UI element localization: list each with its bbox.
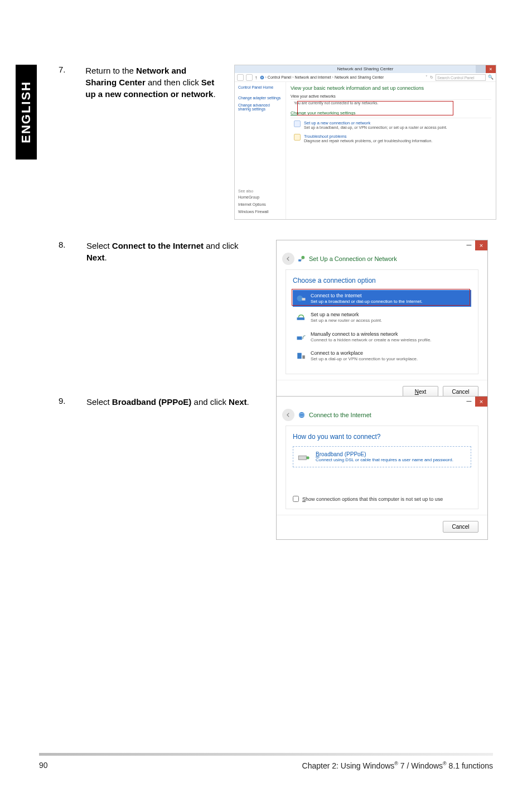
svg-point-2: [301, 256, 304, 259]
broadband-title: Broadband (PPPoE)Broadband (PPPoE): [316, 451, 453, 457]
close-button[interactable]: ×: [475, 240, 487, 250]
bold: Connect to the Internet: [112, 241, 204, 250]
show-options-checkbox[interactable]: [293, 496, 299, 502]
highlight-box: [292, 289, 470, 306]
back-button[interactable]: [237, 74, 244, 81]
svg-rect-1: [298, 259, 301, 262]
title-bar: – ×: [277, 240, 487, 252]
sidebar-seealso-homegroup[interactable]: HomeGroup: [238, 195, 268, 199]
option-troubleshoot[interactable]: Troubleshoot problems Diagnose and repai…: [294, 134, 491, 143]
svg-rect-7: [297, 353, 302, 359]
wizard-title: Connect to the Internet: [309, 412, 371, 418]
active-networks-label: View your active networks: [291, 94, 491, 98]
address-bar: ↑ › Control Panel › Network and Internet…: [235, 73, 496, 82]
step-8: 8. Select Connect to the Internet and cl…: [59, 240, 496, 405]
language-tab: ENGLISH: [16, 65, 37, 160]
wizard-icon: [298, 255, 306, 263]
minimize-button[interactable]: [476, 65, 486, 73]
broadband-desc: Connect using DSL or cable that requires…: [316, 457, 453, 462]
step-7: 7. Return to the Network and Sharing Cen…: [59, 65, 496, 220]
wizard-title: Set Up a Connection or Network: [309, 255, 397, 262]
wizard-panel: How do you want to connect? Broadband (P…: [286, 426, 478, 509]
panel-heading: View your basic network information and …: [291, 85, 491, 91]
network-sharing-center-window: Network and Sharing Center ↑ › Control P…: [234, 65, 496, 220]
svg-rect-5: [297, 317, 305, 320]
step-number: 7.: [59, 65, 69, 220]
connection-wizard: – × Set Up a Connection or Network Choos…: [276, 240, 488, 405]
screenshot-panel: – × Set Up a Connection or Network Choos…: [276, 240, 496, 405]
option-workplace[interactable]: Connect to a workplaceSet up a dial-up o…: [293, 347, 471, 364]
svg-rect-6: [297, 336, 302, 340]
bold: Next: [86, 253, 105, 262]
wizard-title-row: Connect to the Internet: [277, 408, 487, 426]
back-button[interactable]: [282, 409, 294, 421]
step-text: Return to the Network and Sharing Center…: [85, 65, 217, 220]
forward-button[interactable]: [246, 74, 253, 81]
sidebar-item-adapter[interactable]: Change adapter settings: [238, 96, 282, 100]
wizard-title-row: Set Up a Connection or Network: [277, 252, 487, 269]
svg-point-12: [306, 456, 309, 459]
wizard-heading: How do you want to connect?: [293, 433, 471, 441]
footer-divider: [39, 753, 493, 756]
step-number: 9.: [59, 396, 70, 540]
cancel-button[interactable]: Cancel: [443, 521, 478, 533]
step-number: 8.: [59, 240, 70, 405]
back-button[interactable]: [282, 253, 294, 265]
close-button[interactable]: ×: [475, 397, 487, 407]
bold: Next: [229, 397, 247, 407]
page-footer: 90 Chapter 2: Using Windows® 7 / Windows…: [39, 761, 493, 770]
network-icon: [260, 75, 264, 80]
globe-icon: [298, 411, 306, 419]
step-9: 9. Select Broadband (PPPoE) and click Ne…: [59, 396, 496, 540]
screenshot-panel: – × Connect to the Internet How do you w…: [276, 396, 496, 540]
option-wireless[interactable]: Manually connect to a wireless networkCo…: [293, 328, 471, 345]
connect-internet-wizard: – × Connect to the Internet How do you w…: [276, 396, 488, 540]
minimize-button[interactable]: –: [463, 397, 475, 407]
highlight-box: [297, 101, 453, 115]
page-number: 90: [39, 761, 48, 770]
wizard-heading: Choose a connection option: [293, 277, 471, 284]
building-icon: [296, 352, 306, 360]
option-new-connection[interactable]: Set up a new connection or network Set u…: [294, 120, 491, 129]
show-options-row[interactable]: Show connection options that this comput…: [293, 496, 471, 502]
window-title: Network and Sharing Center: [337, 66, 394, 71]
svg-rect-11: [298, 456, 306, 460]
svg-point-9: [299, 412, 305, 418]
minimize-button[interactable]: –: [463, 240, 475, 250]
svg-rect-8: [302, 356, 305, 359]
wizard-panel: Choose a connection option Connect to th…: [286, 269, 478, 374]
modem-icon: [298, 453, 310, 461]
sidebar-item-advanced[interactable]: Change advanced sharing settings: [238, 103, 282, 111]
screenshot-panel: Network and Sharing Center ↑ › Control P…: [234, 65, 496, 220]
step-text: Select Broadband (PPPoE) and click Next.: [86, 396, 259, 540]
button-row: Cancel: [277, 515, 487, 539]
see-also-title: See also: [238, 189, 268, 193]
step-text: Select Connect to the Internet and click…: [86, 240, 259, 405]
title-bar: – ×: [277, 397, 487, 408]
router-icon: [296, 314, 306, 322]
close-button[interactable]: [486, 65, 496, 73]
sidebar-seealso-internet[interactable]: Internet Options: [238, 202, 268, 206]
troubleshoot-icon: [294, 134, 301, 141]
bold: Broadband (PPPoE): [112, 397, 192, 407]
breadcrumb[interactable]: › Control Panel › Network and Internet ›…: [260, 75, 424, 80]
search-input[interactable]: Search Control Panel: [436, 74, 486, 81]
language-tab-label: ENGLISH: [19, 81, 33, 143]
option-new-network[interactable]: Set up a new networkSet up a new router …: [293, 309, 471, 326]
title-bar: Network and Sharing Center: [235, 65, 496, 73]
sidebar-home[interactable]: Control Panel Home: [238, 85, 282, 89]
sidebar-seealso-firewall[interactable]: Windows Firewall: [238, 210, 268, 214]
wifi-icon: [296, 333, 306, 341]
sidebar: Control Panel Home Change adapter settin…: [235, 82, 286, 219]
option-broadband[interactable]: Broadband (PPPoE)Broadband (PPPoE) Conne…: [293, 446, 471, 467]
connection-wizard-icon: [294, 120, 301, 127]
chapter-label: Chapter 2: Using Windows® 7 / Windows® 8…: [302, 761, 493, 770]
